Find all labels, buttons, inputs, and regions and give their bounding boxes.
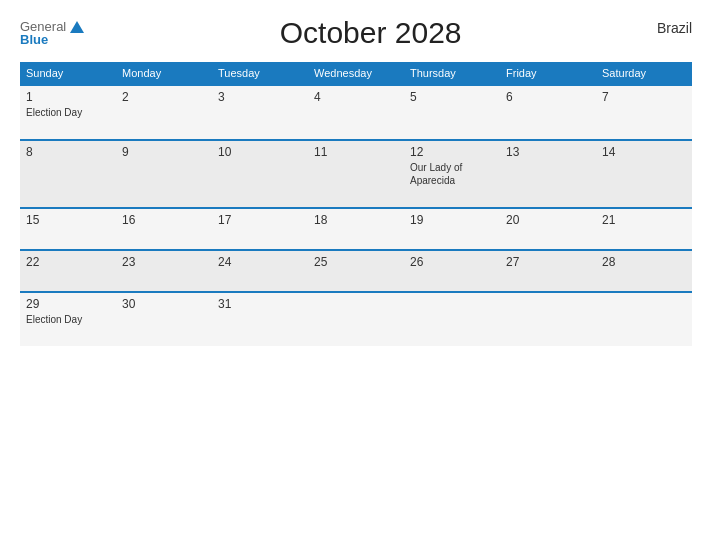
day-number: 27 (506, 255, 590, 269)
day-number: 17 (218, 213, 302, 227)
calendar-cell: 29Election Day (20, 292, 116, 346)
header-tuesday: Tuesday (212, 62, 308, 85)
calendar-week-row: 15161718192021 (20, 208, 692, 250)
day-number: 2 (122, 90, 206, 104)
day-number: 9 (122, 145, 206, 159)
day-number: 29 (26, 297, 110, 311)
header-sunday: Sunday (20, 62, 116, 85)
calendar-cell: 25 (308, 250, 404, 292)
logo-blue-text: Blue (20, 33, 48, 46)
day-number: 12 (410, 145, 494, 159)
day-number: 8 (26, 145, 110, 159)
day-number: 25 (314, 255, 398, 269)
day-number: 19 (410, 213, 494, 227)
calendar-body: 1Election Day23456789101112Our Lady of A… (20, 85, 692, 346)
day-number: 30 (122, 297, 206, 311)
calendar-cell: 12Our Lady of Aparecida (404, 140, 500, 208)
calendar-cell: 18 (308, 208, 404, 250)
day-number: 14 (602, 145, 686, 159)
calendar-cell (596, 292, 692, 346)
day-number: 6 (506, 90, 590, 104)
country-label: Brazil (657, 16, 692, 36)
day-number: 11 (314, 145, 398, 159)
calendar-cell: 31 (212, 292, 308, 346)
calendar-cell: 23 (116, 250, 212, 292)
calendar-cell: 15 (20, 208, 116, 250)
day-number: 4 (314, 90, 398, 104)
day-number: 15 (26, 213, 110, 227)
calendar-cell: 1Election Day (20, 85, 116, 140)
day-number: 18 (314, 213, 398, 227)
day-number: 7 (602, 90, 686, 104)
calendar-cell: 5 (404, 85, 500, 140)
calendar-cell: 9 (116, 140, 212, 208)
header-thursday: Thursday (404, 62, 500, 85)
calendar-cell (500, 292, 596, 346)
calendar-cell: 28 (596, 250, 692, 292)
holiday-label: Election Day (26, 313, 110, 326)
calendar-cell: 20 (500, 208, 596, 250)
day-number: 13 (506, 145, 590, 159)
page-title: October 2028 (280, 16, 462, 50)
header-monday: Monday (116, 62, 212, 85)
day-number: 23 (122, 255, 206, 269)
day-number: 16 (122, 213, 206, 227)
logo: General Blue (20, 20, 84, 46)
calendar-cell: 17 (212, 208, 308, 250)
calendar-week-row: 22232425262728 (20, 250, 692, 292)
calendar-week-row: 29Election Day3031 (20, 292, 692, 346)
day-number: 3 (218, 90, 302, 104)
calendar-cell: 19 (404, 208, 500, 250)
calendar-cell: 11 (308, 140, 404, 208)
page-header: General Blue October 2028 Brazil (20, 16, 692, 50)
calendar-cell: 2 (116, 85, 212, 140)
day-number: 20 (506, 213, 590, 227)
calendar-cell: 16 (116, 208, 212, 250)
calendar-cell: 27 (500, 250, 596, 292)
calendar-table: Sunday Monday Tuesday Wednesday Thursday… (20, 62, 692, 346)
calendar-cell (404, 292, 500, 346)
calendar-cell: 6 (500, 85, 596, 140)
calendar-cell: 24 (212, 250, 308, 292)
calendar-header: Sunday Monday Tuesday Wednesday Thursday… (20, 62, 692, 85)
day-number: 5 (410, 90, 494, 104)
header-friday: Friday (500, 62, 596, 85)
calendar-cell: 10 (212, 140, 308, 208)
day-number: 1 (26, 90, 110, 104)
calendar-cell: 21 (596, 208, 692, 250)
day-number: 21 (602, 213, 686, 227)
calendar-cell: 13 (500, 140, 596, 208)
header-wednesday: Wednesday (308, 62, 404, 85)
calendar-cell (308, 292, 404, 346)
holiday-label: Our Lady of Aparecida (410, 161, 494, 187)
calendar-week-row: 1Election Day234567 (20, 85, 692, 140)
calendar-cell: 22 (20, 250, 116, 292)
days-header-row: Sunday Monday Tuesday Wednesday Thursday… (20, 62, 692, 85)
calendar-week-row: 89101112Our Lady of Aparecida1314 (20, 140, 692, 208)
day-number: 26 (410, 255, 494, 269)
calendar-cell: 4 (308, 85, 404, 140)
day-number: 10 (218, 145, 302, 159)
logo-triangle-icon (70, 21, 84, 33)
calendar-cell: 8 (20, 140, 116, 208)
calendar-cell: 14 (596, 140, 692, 208)
calendar-cell: 26 (404, 250, 500, 292)
day-number: 31 (218, 297, 302, 311)
header-saturday: Saturday (596, 62, 692, 85)
calendar-cell: 30 (116, 292, 212, 346)
calendar-cell: 7 (596, 85, 692, 140)
calendar-cell: 3 (212, 85, 308, 140)
day-number: 28 (602, 255, 686, 269)
day-number: 24 (218, 255, 302, 269)
day-number: 22 (26, 255, 110, 269)
holiday-label: Election Day (26, 106, 110, 119)
